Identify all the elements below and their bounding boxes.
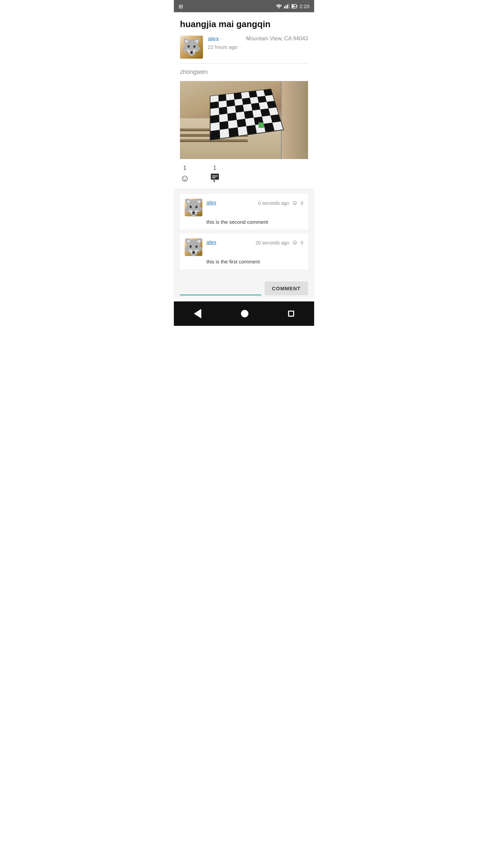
svg-rect-10: [212, 177, 216, 178]
stats-row: 1 ☺ 1: [174, 159, 314, 189]
status-bar-right: 2:20: [276, 3, 309, 9]
reaction-stat[interactable]: 1 ☺: [180, 164, 190, 184]
back-icon: [194, 309, 201, 318]
comment-emoji-2: ☺: [292, 239, 298, 246]
status-bar-left: ▤: [179, 3, 183, 9]
svg-rect-9: [212, 176, 218, 176]
nav-bar: [174, 301, 314, 326]
comment-item: alex 0 seconds ago ☺ 0 this is the secon…: [180, 194, 308, 230]
comment-time-1: 0 seconds ago: [258, 200, 289, 206]
reaction-count: 1: [183, 164, 186, 172]
svg-rect-4: [288, 4, 289, 8]
svg-rect-3: [287, 4, 288, 8]
svg-point-0: [278, 7, 279, 8]
room-right-panel: [281, 81, 308, 159]
svg-rect-7: [292, 5, 293, 7]
signal-icon: [284, 4, 289, 8]
comments-section: alex 0 seconds ago ☺ 0 this is the secon…: [174, 189, 314, 278]
reaction-icon: ☺: [180, 173, 190, 184]
post-meta: alex Mountain View, CA 94043 22 hours ag…: [180, 36, 308, 59]
wifi-icon: [276, 4, 282, 8]
post-header-row: alex Mountain View, CA 94043: [208, 36, 308, 43]
comment-input-area: COMMENT: [174, 278, 314, 299]
comment-text-2: this is the first comment: [185, 259, 303, 264]
comment-time-wrapper-2: 20 seconds ago ☺ 0: [256, 239, 303, 246]
post-time: 22 hours ago: [208, 44, 308, 50]
comment-meta: alex 0 seconds ago ☺ 0: [206, 199, 303, 206]
recents-icon: [288, 311, 294, 317]
post-location: Mountain View, CA 94043: [246, 36, 308, 42]
post-image-container: [180, 81, 308, 159]
svg-rect-6: [297, 5, 297, 7]
comment-emoji-1: ☺: [292, 199, 298, 206]
comment-button[interactable]: COMMENT: [265, 281, 308, 295]
nav-home-button[interactable]: [238, 307, 251, 320]
comment-username-2[interactable]: alex: [206, 239, 216, 245]
comment-header: alex 0 seconds ago ☺ 0: [185, 199, 303, 216]
comment-author-avatar-2: [185, 238, 202, 256]
svg-rect-2: [285, 5, 286, 8]
comment-stat[interactable]: 1: [210, 164, 220, 185]
comment-text-1: this is the second comment: [185, 219, 303, 225]
comment-time-wrapper-1: 0 seconds ago ☺ 0: [258, 199, 303, 206]
comment-username-1[interactable]: alex: [206, 200, 216, 206]
notification-icon: ▤: [179, 3, 183, 9]
time-display: 2:20: [300, 3, 309, 9]
svg-rect-8: [211, 174, 219, 180]
nav-recents-button[interactable]: [285, 308, 297, 319]
comment-header-2: alex 20 seconds ago ☺ 0: [185, 238, 303, 256]
nav-back-button[interactable]: [191, 306, 204, 321]
post-author-avatar: [180, 36, 203, 59]
post-description: zhongwen: [180, 68, 308, 76]
post-author-link[interactable]: alex: [208, 36, 219, 43]
post-title: huangjia mai gangqin: [180, 19, 308, 29]
main-content: huangjia mai gangqin alex Mountain View,…: [174, 12, 314, 159]
comment-time-2: 20 seconds ago: [256, 240, 289, 245]
comment-input[interactable]: [180, 282, 261, 295]
svg-rect-1: [284, 6, 285, 8]
post-divider: [180, 63, 308, 64]
post-info: alex Mountain View, CA 94043 22 hours ag…: [208, 36, 308, 50]
comment-react-count-2: 0: [301, 240, 303, 245]
comment-count: 1: [213, 164, 217, 172]
battery-icon: [291, 4, 298, 8]
comment-icon: [210, 173, 220, 185]
comment-author-avatar: [185, 199, 202, 216]
comment-item: alex 20 seconds ago ☺ 0 this is the firs…: [180, 234, 308, 269]
comment-meta-2: alex 20 seconds ago ☺ 0: [206, 238, 303, 246]
status-bar: ▤ 2:20: [174, 0, 314, 12]
comment-react-count-1: 0: [301, 200, 303, 206]
post-image: [180, 81, 308, 159]
green-dot: [259, 122, 264, 128]
home-icon: [241, 310, 248, 317]
